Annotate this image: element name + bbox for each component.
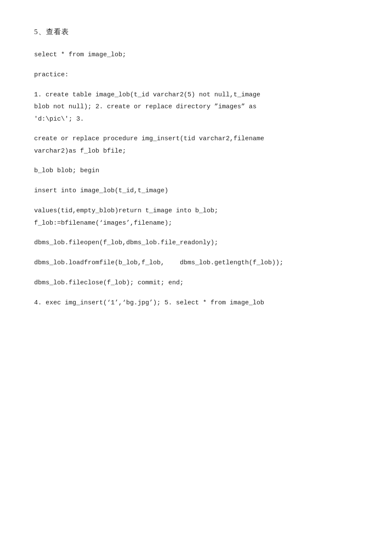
values-block: values(tid,empty_blob)return t_image int… [34, 205, 358, 229]
para2-line2: varchar2)as f_lob bfile; [34, 147, 126, 155]
section-title: 5、查看表 [34, 26, 358, 39]
dbms-fileopen: dbms_lob.fileopen(f_lob,dbms_lob.file_re… [34, 237, 358, 249]
para1-line3: 'd:\pic\'; 3. [34, 116, 84, 123]
page-content: 5、查看表 select * from image_lob; practice:… [34, 26, 358, 309]
paragraph-2: create or replace procedure img_insert(t… [34, 133, 358, 157]
insert-line: insert into image_lob(t_id,t_image) [34, 185, 358, 197]
paragraph-1: 1. create table image_lob(t_id varchar2(… [34, 89, 358, 126]
values-line1: values(tid,empty_blob)return t_image int… [34, 207, 218, 214]
practice-label: practice: [34, 69, 358, 81]
dbms-loadfromfile: dbms_lob.loadfromfile(b_lob,f_lob, dbms_… [34, 257, 358, 269]
dbms-fileclose: dbms_lob.fileclose(f_lob); commit; end; [34, 277, 358, 289]
values-line2: f_lob:=bfilename(‘images’,filename); [34, 220, 172, 227]
b-lob-line: b_lob blob; begin [34, 165, 358, 176]
para1-line2: blob not null); 2. create or replace dir… [34, 103, 257, 110]
exec-line: 4. exec img_insert(‘1’,‘bg.jpg’); 5. sel… [34, 297, 358, 309]
para2-line1: create or replace procedure img_insert(t… [34, 135, 264, 142]
select-statement: select * from image_lob; [34, 49, 358, 61]
para1-line1: 1. create table image_lob(t_id varchar2(… [34, 91, 260, 98]
